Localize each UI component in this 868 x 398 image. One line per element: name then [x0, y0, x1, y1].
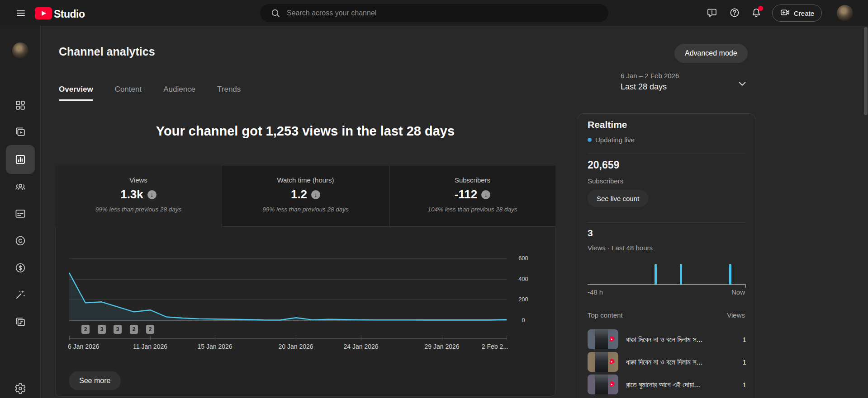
page-title: Channel analytics — [59, 45, 155, 58]
channel-search[interactable] — [260, 4, 608, 22]
x-axis-tick — [69, 336, 70, 340]
sidebar-item-earn[interactable] — [14, 262, 26, 274]
notifications-icon[interactable] — [751, 7, 762, 18]
chevron-down-icon[interactable] — [736, 78, 748, 89]
tab-overview[interactable]: Overview — [59, 85, 93, 101]
x-axis-tick-label: 24 Jan 2026 — [343, 343, 378, 350]
y-axis-tick-label: 200 — [513, 296, 533, 303]
date-preset-label[interactable]: Last 28 days — [621, 82, 667, 92]
customization-icon — [14, 289, 26, 300]
down-arrow-badge-icon: ↓ — [147, 190, 157, 199]
x-axis-tick-label: 11 Jan 2026 — [133, 343, 167, 350]
metric-value: -112↓ — [389, 187, 555, 201]
x-axis-tick-label: 29 Jan 2026 — [424, 343, 459, 350]
shorts-badge-icon — [607, 380, 616, 389]
activity-marker-badge[interactable]: 2 — [146, 325, 154, 334]
metric-card-subscribers[interactable]: Subscribers-112↓104% less than previous … — [389, 166, 555, 227]
sidebar-item-customization[interactable] — [14, 289, 26, 300]
metric-delta: 104% less than previous 28 days — [389, 206, 555, 213]
down-arrow-badge-icon: ↓ — [481, 190, 490, 199]
search-icon — [270, 8, 281, 19]
top-content-row[interactable]: ধাক্কা দিবেন না ও বলে দিলাম স...1 — [588, 329, 746, 349]
y-axis-tick-label: 0 — [513, 317, 533, 323]
tab-content[interactable]: Content — [115, 85, 142, 101]
metric-value-text: -112 — [455, 187, 478, 201]
video-thumbnail — [588, 375, 618, 394]
metric-label: Watch time (hours) — [222, 176, 389, 184]
views-line-chart[interactable] — [63, 244, 516, 323]
audio-library-icon — [14, 316, 26, 328]
youtube-play-icon — [35, 7, 52, 21]
create-button-label: Create — [794, 9, 814, 17]
notification-dot — [758, 6, 763, 11]
metric-card-watch-time[interactable]: Watch time (hours)1.2↓99% less than prev… — [222, 166, 389, 227]
divider — [588, 222, 745, 223]
top-content-row[interactable]: ধাক্কা দিবেন না ও বলে দিলাম স...1 — [588, 352, 746, 372]
youtube-studio-logo[interactable]: Studio — [35, 7, 85, 21]
channel-avatar[interactable] — [12, 42, 28, 59]
send-feedback-icon[interactable] — [707, 7, 717, 18]
top-content-header: Top content — [588, 311, 623, 319]
x-axis-tick-label: 6 Jan 2026 — [68, 343, 99, 350]
create-button[interactable]: Create — [772, 5, 822, 22]
video-title: ধাক্কা দিবেন না ও বলে দিলাম স... — [626, 358, 733, 366]
content-icon — [14, 126, 26, 138]
dashboard-icon — [14, 99, 26, 111]
help-icon[interactable] — [729, 7, 740, 18]
search-input[interactable] — [287, 9, 608, 17]
hamburger-menu-icon[interactable] — [15, 8, 26, 19]
page-scrollbar-thumb[interactable] — [864, 27, 868, 115]
activity-marker-badge[interactable]: 3 — [114, 325, 122, 334]
realtime-view-bar — [655, 264, 657, 285]
activity-marker-badge[interactable]: 2 — [130, 325, 138, 334]
realtime-views-label: Views · Last 48 hours — [588, 244, 653, 252]
divider — [588, 154, 745, 154]
sidebar-item-settings[interactable] — [14, 383, 26, 394]
sidebar-item-audio-library[interactable] — [14, 316, 26, 328]
sidebar-item-community[interactable] — [14, 181, 26, 192]
realtime-card: Realtime Updating live 20,659 Subscriber… — [578, 113, 755, 398]
axis-label-right: Now — [731, 288, 745, 296]
video-views: 1 — [733, 358, 746, 366]
sidebar-item-dashboard[interactable] — [14, 99, 26, 111]
realtime-view-bar — [680, 264, 682, 285]
see-live-count-button[interactable]: See live count — [588, 190, 648, 207]
shorts-badge-icon — [607, 357, 616, 366]
advanced-mode-button[interactable]: Advanced mode — [674, 44, 748, 63]
x-axis-tick-label: 20 Jan 2026 — [278, 343, 313, 350]
account-avatar[interactable] — [837, 5, 853, 21]
x-axis-tick — [507, 336, 507, 340]
top-content-row[interactable]: রাতে ঘুমানোর আগে এই দোয়া...1 — [588, 375, 746, 394]
realtime-chart-baseline — [588, 284, 746, 285]
settings-icon — [14, 383, 26, 394]
y-axis-tick-label: 400 — [513, 276, 533, 282]
activity-marker-badge[interactable]: 3 — [98, 325, 106, 334]
activity-marker-badge[interactable]: 2 — [81, 325, 90, 334]
y-axis-tick-label: 600 — [513, 255, 533, 262]
video-views: 1 — [733, 381, 746, 389]
sidebar-item-analytics[interactable] — [14, 154, 26, 165]
metric-value-text: 1.2 — [291, 187, 307, 201]
metric-card-views[interactable]: Views1.3k↓99% less than previous 28 days — [55, 166, 222, 227]
x-axis-tick — [296, 336, 296, 340]
thumbnail-photo — [595, 352, 608, 372]
video-title: ধাক্কা দিবেন না ও বলে দিলাম স... — [626, 335, 733, 344]
realtime-views-count: 3 — [588, 228, 593, 239]
video-thumbnail — [588, 329, 618, 349]
video-title: রাতে ঘুমানোর আগে এই দোয়া... — [626, 380, 733, 389]
subscribers-label: Subscribers — [588, 177, 623, 185]
metric-value: 1.3k↓ — [55, 187, 222, 201]
thumbnail-photo — [595, 375, 608, 394]
x-axis-tick — [150, 336, 151, 340]
updating-live-status: Updating live — [588, 136, 635, 144]
tab-trends[interactable]: Trends — [217, 85, 241, 101]
subtitles-icon — [14, 208, 26, 220]
axis-label-left: -48 h — [588, 288, 603, 296]
sidebar-item-content[interactable] — [14, 126, 26, 138]
x-axis-tick — [442, 336, 442, 340]
x-axis-tick — [215, 336, 215, 340]
sidebar-item-subtitles[interactable] — [14, 208, 26, 220]
see-more-button[interactable]: See more — [69, 371, 121, 390]
sidebar-item-copyright[interactable] — [14, 235, 26, 247]
tab-audience[interactable]: Audience — [163, 85, 195, 101]
